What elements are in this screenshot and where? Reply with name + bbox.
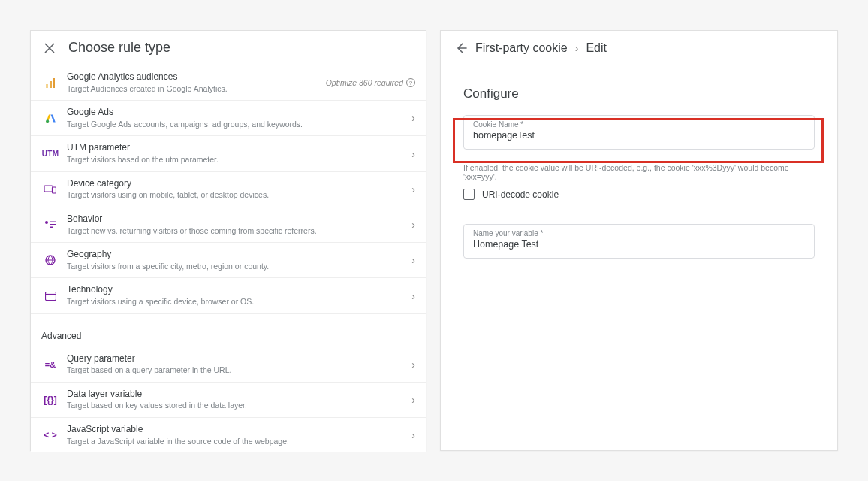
chevron-right-icon: › xyxy=(411,183,415,195)
rule-desc: Target new vs. returning visitors or tho… xyxy=(67,226,411,237)
panel-header: Choose rule type xyxy=(31,31,426,65)
uri-decode-helper: If enabled, the cookie value will be URI… xyxy=(441,159,837,186)
configure-heading: Configure xyxy=(441,65,837,115)
svg-rect-10 xyxy=(45,292,56,300)
chevron-right-icon: › xyxy=(411,429,415,441)
variable-name-input[interactable] xyxy=(473,239,805,250)
rule-list: Google Analytics audiences Target Audien… xyxy=(31,65,426,452)
svg-point-2 xyxy=(46,119,49,123)
rule-ga-audiences: Google Analytics audiences Target Audien… xyxy=(31,65,426,101)
rule-desc: Target visitors based on the utm paramet… xyxy=(67,155,411,165)
chevron-right-icon: › xyxy=(411,219,415,231)
behavior-icon xyxy=(41,220,59,229)
uri-decode-label: URI-decode cookie xyxy=(482,189,559,200)
brackets-icon: [{}] xyxy=(41,395,59,405)
rule-title: Geography xyxy=(67,249,411,261)
chevron-right-icon: › xyxy=(411,290,415,302)
rule-title: Technology xyxy=(67,284,411,296)
panel-title: Choose rule type xyxy=(68,40,170,56)
utm-icon: UTM xyxy=(41,150,59,158)
analytics-bars-icon xyxy=(41,78,59,88)
svg-rect-6 xyxy=(50,222,56,223)
svg-rect-7 xyxy=(50,224,56,225)
chevron-right-icon: › xyxy=(575,42,579,54)
globe-icon xyxy=(41,255,59,265)
variable-name-field[interactable]: Name your variable * xyxy=(463,224,815,259)
svg-rect-8 xyxy=(50,227,53,228)
advanced-section-label: Advanced xyxy=(31,314,426,347)
rule-title: Google Ads xyxy=(67,107,411,119)
rule-desc: Target visitors using a specific device,… xyxy=(67,297,411,307)
rule-data-layer-variable[interactable]: [{}] Data layer variable Target based on… xyxy=(31,383,426,418)
back-arrow-icon[interactable] xyxy=(456,42,468,54)
close-icon[interactable] xyxy=(43,41,56,55)
rule-javascript-variable[interactable]: < > JavaScript variable Target a JavaScr… xyxy=(31,418,426,452)
devices-icon xyxy=(41,185,59,194)
rule-utm-parameter[interactable]: UTM UTM parameter Target visitors based … xyxy=(31,136,426,171)
svg-rect-4 xyxy=(53,187,56,193)
cookie-name-label: Cookie Name * xyxy=(473,120,523,129)
chevron-right-icon: › xyxy=(411,148,415,160)
rule-title: Google Analytics audiences xyxy=(67,71,326,83)
breadcrumb-parent[interactable]: First-party cookie xyxy=(475,41,568,55)
svg-rect-3 xyxy=(44,186,53,192)
configure-cookie-panel: First-party cookie › Edit Configure Cook… xyxy=(440,30,838,451)
variable-name-label: Name your variable * xyxy=(473,229,543,237)
cookie-name-input[interactable] xyxy=(473,130,805,141)
rule-title: Device category xyxy=(67,178,411,190)
rule-desc: Target visitors using on mobile, tablet,… xyxy=(67,190,411,201)
rule-title: Behavior xyxy=(67,213,411,225)
svg-point-5 xyxy=(45,221,48,224)
rule-desc: Target Audiences created in Google Analy… xyxy=(67,84,326,95)
uri-decode-checkbox[interactable] xyxy=(463,189,475,200)
breadcrumb: First-party cookie › Edit xyxy=(441,31,837,65)
rule-desc: Target based on key values stored in the… xyxy=(67,401,411,411)
code-icon: < > xyxy=(41,430,59,440)
breadcrumb-current: Edit xyxy=(586,41,607,55)
rule-desc: Target visitors from a specific city, me… xyxy=(67,262,411,272)
rule-device-category[interactable]: Device category Target visitors using on… xyxy=(31,172,426,207)
chevron-right-icon: › xyxy=(411,254,415,266)
rule-title: UTM parameter xyxy=(67,142,411,154)
uri-decode-row[interactable]: URI-decode cookie xyxy=(441,186,837,213)
rule-behavior[interactable]: Behavior Target new vs. returning visito… xyxy=(31,207,426,243)
rule-query-parameter[interactable]: =& Query parameter Target based on a que… xyxy=(31,347,426,383)
rule-desc: Target a JavaScript variable in the sour… xyxy=(67,437,411,447)
rule-technology[interactable]: Technology Target visitors using a speci… xyxy=(31,278,426,313)
chevron-right-icon: › xyxy=(411,112,415,124)
google-ads-icon xyxy=(41,113,59,124)
help-icon[interactable]: ? xyxy=(406,78,415,87)
chevron-right-icon: › xyxy=(411,358,415,371)
rule-title: JavaScript variable xyxy=(67,424,411,436)
svg-marker-1 xyxy=(50,114,55,122)
rule-geography[interactable]: Geography Target visitors from a specifi… xyxy=(31,243,426,278)
requires-360-label: Optimize 360 required ? xyxy=(326,78,415,87)
choose-rule-type-panel: Choose rule type Google Analytics audien… xyxy=(30,30,426,451)
rule-google-ads[interactable]: Google Ads Target Google Ads accounts, c… xyxy=(31,101,426,136)
chevron-right-icon: › xyxy=(411,394,415,406)
rule-desc: Target based on a query parameter in the… xyxy=(67,365,411,376)
rule-title: Data layer variable xyxy=(67,389,411,401)
query-icon: =& xyxy=(41,360,59,369)
web-icon xyxy=(41,292,59,301)
rule-desc: Target Google Ads accounts, campaigns, a… xyxy=(67,119,411,130)
cookie-name-field[interactable]: Cookie Name * xyxy=(463,115,815,150)
rule-title: Query parameter xyxy=(67,353,411,365)
